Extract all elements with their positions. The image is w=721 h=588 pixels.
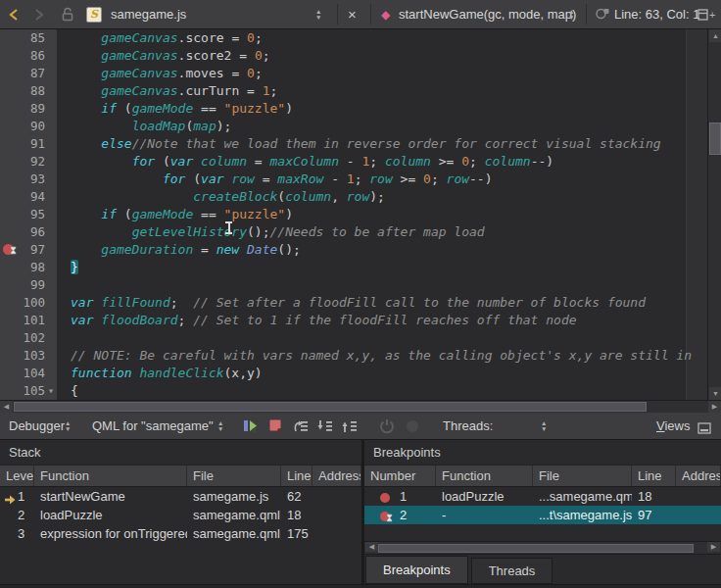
gutter[interactable]: 96 bbox=[0, 223, 57, 241]
breakpoint-margin[interactable] bbox=[0, 135, 20, 153]
gutter[interactable]: 97 bbox=[0, 241, 57, 259]
horizontal-scrollbar-thumb[interactable] bbox=[14, 402, 647, 412]
fold-marker-icon[interactable] bbox=[45, 294, 57, 312]
code-line[interactable]: 104function handleClick(x,y) bbox=[0, 365, 707, 382]
code-line[interactable]: 94 createBlock(column, row); bbox=[0, 188, 707, 206]
gutter[interactable]: 89 bbox=[0, 100, 57, 118]
gutter[interactable]: 91 bbox=[0, 135, 57, 153]
code-line[interactable]: 100var fillFound; // Set after a floodFi… bbox=[0, 294, 707, 312]
close-document-icon[interactable]: × bbox=[348, 0, 357, 28]
line-number[interactable]: 102 bbox=[20, 329, 45, 347]
views-menu-button[interactable]: Views bbox=[656, 413, 690, 439]
fold-marker-icon[interactable] bbox=[45, 329, 57, 347]
breakpoint-marker-icon[interactable] bbox=[3, 244, 14, 255]
breakpoint-margin[interactable] bbox=[0, 312, 20, 329]
scroll-up-icon[interactable]: ▲ bbox=[709, 29, 721, 42]
breakpoint-margin[interactable] bbox=[0, 118, 20, 135]
column-header[interactable]: Line bbox=[281, 466, 312, 486]
vertical-scrollbar-thumb[interactable] bbox=[709, 122, 721, 155]
breakpoint-margin[interactable] bbox=[0, 259, 20, 276]
line-number[interactable]: 104 bbox=[20, 365, 45, 382]
gutter[interactable]: 104 bbox=[0, 365, 57, 382]
fold-marker-icon[interactable] bbox=[45, 29, 57, 47]
line-number[interactable]: 94 bbox=[20, 188, 45, 206]
breakpoint-row[interactable]: 1loadPuzzle...samegame.qml18 bbox=[364, 487, 721, 506]
symbol-dropdown[interactable]: startNewGame(gc, mode, map) bbox=[399, 0, 576, 28]
line-number[interactable]: 101 bbox=[20, 312, 45, 329]
gutter[interactable]: 99 bbox=[0, 276, 57, 294]
code-line[interactable]: 88 gameCanvas.curTurn = 1; bbox=[0, 82, 707, 100]
fold-marker-icon[interactable] bbox=[45, 365, 57, 382]
code-line[interactable]: 101var floodBoard; // Set to 1 if the fl… bbox=[0, 312, 707, 329]
threads-dropdown-spinner[interactable]: ▲▼ bbox=[541, 413, 547, 439]
column-header[interactable]: File bbox=[533, 466, 632, 486]
column-header[interactable]: Function bbox=[34, 466, 187, 486]
debugger-engine-dropdown[interactable]: Debugger bbox=[9, 413, 65, 439]
fold-marker-icon[interactable] bbox=[45, 241, 57, 259]
breakpoint-margin[interactable] bbox=[0, 206, 20, 223]
threads-dropdown[interactable]: Threads: bbox=[443, 413, 493, 439]
code-line[interactable]: 97 gameDuration = new Date(); bbox=[0, 241, 707, 259]
line-number[interactable]: 86 bbox=[20, 47, 45, 65]
gutter[interactable]: 95 bbox=[0, 206, 57, 223]
column-header[interactable]: Address bbox=[676, 466, 721, 486]
gutter[interactable]: 90 bbox=[0, 118, 57, 135]
gutter[interactable]: 92 bbox=[0, 153, 57, 171]
breakpoint-margin[interactable] bbox=[0, 294, 20, 312]
views-panel-icon[interactable] bbox=[697, 420, 715, 438]
code-line[interactable]: 103// NOTE: Be careful with vars named x… bbox=[0, 347, 707, 365]
code-line[interactable]: 105▾{ bbox=[0, 382, 707, 400]
code-line[interactable]: 98} bbox=[0, 259, 707, 276]
annotation-icon[interactable] bbox=[595, 0, 610, 28]
step-over-icon[interactable] bbox=[292, 417, 310, 435]
column-header[interactable]: Line bbox=[632, 466, 676, 486]
engine-dropdown-spinner[interactable]: ▲▼ bbox=[65, 413, 71, 439]
step-into-icon[interactable] bbox=[316, 417, 334, 435]
breakpoint-row[interactable]: 2-...t\samegame.js97 bbox=[364, 506, 721, 524]
breakpoint-margin[interactable] bbox=[0, 29, 20, 47]
record-icon[interactable] bbox=[404, 417, 421, 435]
lock-icon[interactable] bbox=[61, 0, 74, 28]
stack-frame-row[interactable]: 3expression for onTriggeredsamegame.qml1… bbox=[0, 524, 361, 543]
code-line[interactable]: 91 else//Note that we load them in rever… bbox=[0, 135, 707, 153]
fold-marker-icon[interactable] bbox=[45, 188, 57, 206]
open-file-dropdown[interactable]: samegame.js bbox=[111, 0, 186, 28]
breakpoint-margin[interactable] bbox=[0, 65, 20, 82]
breakpoint-margin[interactable] bbox=[0, 223, 20, 241]
line-number[interactable]: 90 bbox=[20, 118, 45, 135]
code-line[interactable]: 96 getLevelHistory();//Needs to be after… bbox=[0, 223, 707, 241]
stack-frame-row[interactable]: 2loadPuzzlesamegame.qml18 bbox=[0, 506, 361, 524]
fold-marker-icon[interactable] bbox=[45, 347, 57, 365]
fold-marker-icon[interactable] bbox=[45, 276, 57, 294]
line-number[interactable]: 105 bbox=[20, 382, 45, 400]
line-number[interactable]: 95 bbox=[20, 206, 45, 223]
gutter[interactable]: 105▾ bbox=[0, 382, 57, 400]
line-number[interactable]: 88 bbox=[20, 82, 45, 100]
forward-icon[interactable] bbox=[33, 0, 45, 28]
breakpoint-dot-icon[interactable] bbox=[380, 493, 390, 503]
fold-marker-icon[interactable] bbox=[45, 259, 57, 276]
line-number[interactable]: 103 bbox=[20, 347, 45, 365]
breakpoint-margin[interactable] bbox=[0, 171, 20, 188]
line-number[interactable]: 98 bbox=[20, 259, 45, 276]
code-line[interactable]: 99 bbox=[0, 276, 707, 294]
fold-marker-icon[interactable] bbox=[45, 153, 57, 171]
line-number[interactable]: 92 bbox=[20, 153, 45, 171]
line-number[interactable]: 89 bbox=[20, 100, 45, 118]
fold-marker-icon[interactable]: ▾ bbox=[45, 382, 57, 400]
gutter[interactable]: 100 bbox=[0, 294, 57, 312]
fold-marker-icon[interactable] bbox=[45, 206, 57, 223]
breakpoint-margin[interactable] bbox=[0, 276, 20, 294]
fold-marker-icon[interactable] bbox=[45, 135, 57, 153]
breakpoint-margin[interactable] bbox=[0, 347, 20, 365]
target-dropdown-spinner[interactable]: ▲▼ bbox=[217, 413, 223, 439]
gutter[interactable]: 93 bbox=[0, 171, 57, 188]
scroll-left-icon[interactable]: ◀ bbox=[0, 401, 13, 413]
code-line[interactable]: 90 loadMap(map); bbox=[0, 118, 707, 135]
breakpoint-margin[interactable] bbox=[0, 188, 20, 206]
editor-vertical-scrollbar[interactable]: ▲ ▼ bbox=[707, 29, 721, 400]
gutter[interactable]: 103 bbox=[0, 347, 57, 365]
gutter[interactable]: 88 bbox=[0, 82, 57, 100]
horizontal-scrollbar-thumb[interactable] bbox=[378, 544, 694, 553]
continue-debug-icon[interactable] bbox=[242, 417, 260, 435]
